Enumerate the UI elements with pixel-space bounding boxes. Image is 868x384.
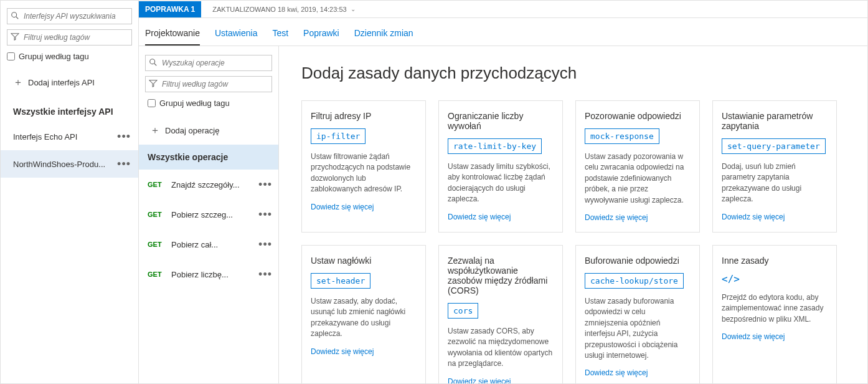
workspace: Grupuj według tagu ＋ Dodaj operację Wszy… (139, 46, 867, 383)
http-method: GET (148, 271, 165, 278)
http-method: GET (148, 241, 165, 248)
learn-more-link[interactable]: Dowiedz się więcej (585, 368, 691, 377)
ops-group-by-tag-input[interactable] (148, 99, 156, 107)
tab-ustawienia[interactable]: Ustawienia (215, 24, 257, 46)
tab-test[interactable]: Test (272, 24, 288, 46)
card-title: Ustaw nagłówki (311, 256, 417, 266)
operation-name: Pobierz cał... (171, 240, 218, 249)
operation-row[interactable]: GET Pobierz liczbę... ••• (139, 259, 278, 289)
learn-more-link[interactable]: Dowiedz się więcej (448, 213, 554, 221)
policy-card-set-header[interactable]: Ustaw nagłówki set-header Ustaw zasady, … (301, 245, 426, 383)
card-title: Filtruj adresy IP (311, 111, 417, 121)
filter-icon (11, 32, 19, 41)
card-title: Zezwalaj na współużytkowanie zasobów mię… (448, 256, 554, 295)
operation-row[interactable]: GET Znajdź szczegóły... ••• (139, 170, 278, 199)
tab-poprawki[interactable]: Poprawki (303, 24, 339, 46)
svg-point-2 (150, 59, 155, 64)
more-icon[interactable]: ••• (258, 238, 272, 251)
learn-more-link[interactable]: Dowiedz się więcej (311, 347, 417, 356)
svg-line-1 (16, 17, 19, 19)
all-operations[interactable]: Wszystkie operacje (139, 145, 278, 170)
api-item-label: Interfejs Echo API (13, 132, 77, 142)
updated-info[interactable]: ZAKTUALIZOWANO 18 kwi, 2019, 14:23:53 ⌄ (212, 6, 355, 13)
card-description: Ustaw zasady pozorowania w celu zwracani… (585, 151, 691, 206)
more-icon[interactable]: ••• (117, 158, 131, 171)
operation-row[interactable]: GET Pobierz szczeg... ••• (139, 199, 278, 229)
search-icon (11, 11, 19, 20)
tab-projektowanie[interactable]: Projektowanie (145, 24, 200, 46)
learn-more-link[interactable]: Dowiedz się więcej (722, 332, 828, 341)
add-api-label: Dodaj interfejs API (28, 78, 95, 87)
add-api-button[interactable]: ＋ Dodaj interfejs API (13, 76, 132, 89)
ops-search-row (145, 55, 272, 71)
api-item-northwind[interactable]: NorthWindShoes-Produ... ••• (1, 150, 138, 178)
ops-group-by-tag-checkbox[interactable]: Grupuj według tagu (148, 98, 272, 108)
card-description: Dodaj, usuń lub zmień parametry zapytani… (722, 161, 828, 205)
add-operation-label: Dodaj operację (165, 126, 219, 135)
policy-code: rate-limit-by-key (448, 138, 542, 154)
policy-card-cache[interactable]: Buforowanie odpowiedzi cache-lookup/stor… (575, 245, 700, 383)
tabs: Projektowanie Ustawienia Test Poprawki D… (139, 18, 867, 46)
search-icon (149, 58, 158, 67)
ops-search-input[interactable] (145, 55, 272, 71)
operations-panel: Grupuj według tagu ＋ Dodaj operację Wszy… (139, 46, 279, 383)
api-item-echo[interactable]: Interfejs Echo API ••• (1, 123, 138, 150)
policy-card-ip-filter[interactable]: Filtruj adresy IP ip-filter Ustaw filtro… (301, 100, 426, 233)
updated-label: ZAKTUALIZOWANO 18 kwi, 2019, 14:23:53 (212, 6, 346, 13)
card-title: Ograniczanie liczby wywołań (448, 111, 554, 131)
filter-icon (149, 79, 158, 88)
group-by-tag-label: Grupuj według tagu (19, 52, 89, 61)
ops-group-by-tag-label: Grupuj według tagu (159, 98, 230, 108)
policy-card-other[interactable]: Inne zasady </> Przejdź do edytora kodu,… (712, 245, 837, 383)
learn-more-link[interactable]: Dowiedz się więcej (448, 377, 554, 383)
card-title: Pozorowanie odpowiedzi (585, 111, 691, 121)
topbar: POPRAWKA 1 ZAKTUALIZOWANO 18 kwi, 2019, … (139, 1, 867, 18)
learn-more-link[interactable]: Dowiedz się więcej (311, 203, 417, 211)
card-description: Ustaw zasady CORS, aby zezwolić na międz… (448, 326, 554, 370)
policy-card-set-query-parameter[interactable]: Ustawianie parametrów zapytania set-quer… (712, 100, 837, 233)
plus-icon: ＋ (13, 76, 23, 89)
all-apis-title: Wszystkie interfejsy API (13, 107, 132, 117)
tab-dziennik[interactable]: Dziennik zmian (354, 24, 413, 46)
http-method: GET (148, 181, 165, 188)
revision-badge[interactable]: POPRAWKA 1 (139, 1, 201, 17)
more-icon[interactable]: ••• (258, 208, 272, 221)
policy-code: mock-response (585, 128, 659, 144)
card-title: Inne zasady (722, 256, 828, 266)
policy-card-cors[interactable]: Zezwalaj na współużytkowanie zasobów mię… (438, 245, 563, 383)
card-description: Ustaw filtrowanie żądań przychodzących n… (311, 151, 417, 195)
operation-row[interactable]: GET Pobierz cał... ••• (139, 229, 278, 259)
content-area: Dodaj zasady danych przychodzących Filtr… (279, 46, 867, 383)
more-icon[interactable]: ••• (258, 178, 272, 191)
http-method: GET (148, 211, 165, 218)
more-icon[interactable]: ••• (117, 130, 131, 143)
api-sidebar: Grupuj według tagu ＋ Dodaj interfejs API… (1, 1, 139, 383)
more-icon[interactable]: ••• (258, 268, 272, 281)
policy-card-rate-limit[interactable]: Ograniczanie liczby wywołań rate-limit-b… (438, 100, 563, 233)
operation-name: Pobierz szczeg... (171, 210, 233, 219)
api-filter-input[interactable] (7, 29, 132, 46)
page-title: Dodaj zasady danych przychodzących (301, 64, 845, 83)
policy-code: ip-filter (311, 128, 366, 144)
ops-filter-input[interactable] (145, 76, 272, 92)
api-search-input[interactable] (7, 8, 132, 24)
svg-point-0 (12, 12, 17, 17)
policy-card-mock-response[interactable]: Pozorowanie odpowiedzi mock-response Ust… (575, 100, 700, 233)
add-operation-button[interactable]: ＋ Dodaj operację (150, 124, 272, 137)
ops-filter-row (145, 76, 272, 92)
svg-line-3 (154, 64, 157, 66)
policy-code: set-query-parameter (722, 138, 826, 154)
learn-more-link[interactable]: Dowiedz się więcej (585, 213, 691, 222)
operation-name: Znajdź szczegóły... (171, 180, 240, 190)
card-description: Ustaw zasady buforowania odpowiedzi w ce… (585, 296, 691, 361)
plus-icon: ＋ (150, 124, 160, 137)
group-by-tag-checkbox[interactable]: Grupuj według tagu (7, 52, 132, 61)
card-title: Ustawianie parametrów zapytania (722, 111, 828, 131)
policy-code: cors (448, 303, 478, 319)
card-description: Ustaw zasady, aby dodać, usunąć lub zmie… (311, 296, 417, 340)
group-by-tag-input[interactable] (7, 52, 15, 60)
learn-more-link[interactable]: Dowiedz się więcej (722, 213, 828, 221)
api-filter-row (7, 29, 132, 46)
chevron-down-icon: ⌄ (351, 6, 356, 12)
api-item-label: NorthWindShoes-Produ... (13, 160, 105, 169)
